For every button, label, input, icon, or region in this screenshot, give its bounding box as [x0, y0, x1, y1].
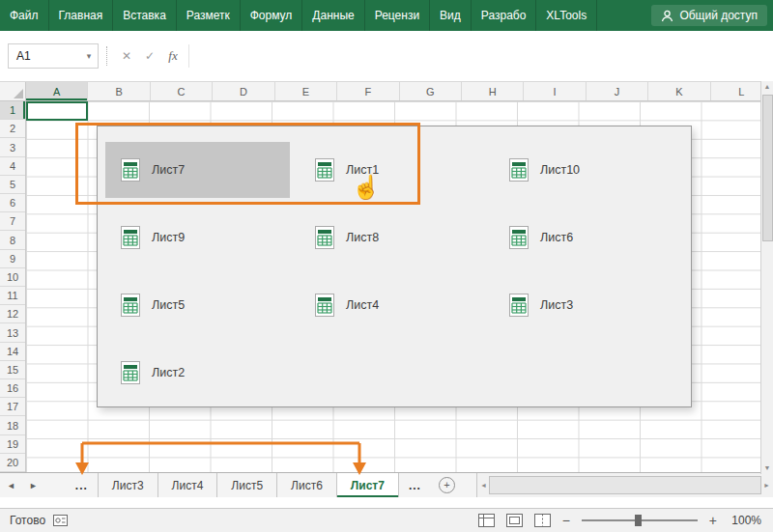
zoom-slider[interactable]: [582, 513, 698, 528]
sheet-nav-left-button[interactable]: ◄: [0, 473, 22, 497]
column-header[interactable]: H: [462, 82, 524, 100]
sheet-item-label: Лист10: [540, 163, 580, 177]
page-layout-view-button[interactable]: [506, 514, 523, 527]
row-header[interactable]: 20: [0, 454, 25, 472]
h-scroll-thumb[interactable]: [489, 476, 761, 494]
ribbon-tab[interactable]: XLTools: [536, 0, 597, 31]
column-header[interactable]: I: [524, 82, 586, 100]
plus-icon: +: [439, 477, 455, 493]
sheet-item[interactable]: Лист9: [105, 210, 290, 266]
row-header[interactable]: 9: [0, 250, 25, 268]
ribbon-tab[interactable]: Файл: [0, 0, 49, 31]
column-header[interactable]: J: [587, 82, 648, 100]
row-header[interactable]: 2: [0, 120, 25, 138]
scroll-down-icon[interactable]: ▼: [764, 462, 771, 474]
row-header[interactable]: 6: [0, 194, 25, 212]
formula-input[interactable]: [188, 44, 773, 68]
ribbon-tab[interactable]: Рецензи: [365, 0, 430, 31]
ribbon: Файл Главная Вставка Разметк Формул: [0, 0, 773, 31]
row-header[interactable]: 10: [0, 268, 25, 287]
sheet-tab[interactable]: Лист5: [217, 473, 277, 497]
column-header[interactable]: G: [400, 82, 462, 100]
hidden-sheets-right-ellipsis[interactable]: ...: [399, 473, 431, 497]
column-header[interactable]: D: [213, 82, 274, 100]
sheet-item[interactable]: Лист2: [105, 345, 290, 401]
select-all-corner[interactable]: [0, 82, 26, 100]
sheet-item-label: Лист5: [152, 298, 185, 312]
row-header[interactable]: 15: [0, 361, 25, 379]
ribbon-tabs: Файл Главная Вставка Разметк Формул: [0, 0, 651, 31]
name-box[interactable]: A1 ▾: [8, 43, 99, 69]
row-header[interactable]: 3: [0, 138, 25, 156]
row-header[interactable]: 16: [0, 379, 25, 398]
row-header[interactable]: 7: [0, 212, 25, 231]
zoom-out-button[interactable]: −: [562, 513, 570, 528]
row-header[interactable]: 14: [0, 343, 25, 361]
formula-bar: A1 ▾ ✕ ✓ fx: [0, 31, 773, 81]
ribbon-tab[interactable]: Вид: [430, 0, 472, 31]
column-header[interactable]: F: [337, 82, 399, 100]
row-header[interactable]: 13: [0, 323, 25, 342]
row-header[interactable]: 18: [0, 416, 25, 434]
add-sheet-button[interactable]: +: [431, 473, 463, 497]
ribbon-tab[interactable]: Данные: [302, 0, 364, 31]
row-headers: 1 2 3 4 5 6 7 8 9 10 11 12: [0, 101, 26, 472]
row-header[interactable]: 12: [0, 305, 25, 323]
sheet-item[interactable]: Лист8: [300, 210, 484, 266]
column-header[interactable]: C: [151, 82, 213, 100]
cancel-button[interactable]: ✕: [115, 49, 138, 63]
sheet-item[interactable]: Лист10: [494, 142, 678, 198]
column-header[interactable]: K: [648, 82, 710, 100]
share-button[interactable]: Общий доступ: [651, 5, 767, 26]
sheet-item[interactable]: Лист6: [494, 210, 678, 266]
row-header[interactable]: 17: [0, 398, 25, 416]
scroll-up-icon[interactable]: ▲: [764, 81, 771, 93]
zoom-in-button[interactable]: +: [709, 513, 717, 528]
zoom-slider-thumb[interactable]: [635, 515, 642, 526]
sheet-tabs: Лист3 Лист4 Лист5 Лист6 Лист7: [98, 473, 399, 497]
sheet-icon: [509, 226, 529, 249]
sheet-icon: [121, 226, 140, 249]
hidden-sheets-left-ellipsis[interactable]: ...: [66, 473, 98, 497]
sheet-tab[interactable]: Лист7: [337, 473, 399, 497]
row-header[interactable]: 19: [0, 435, 25, 454]
ribbon-tab[interactable]: Разрабо: [472, 0, 537, 31]
column-header[interactable]: B: [88, 82, 150, 100]
h-scrollbar[interactable]: ◄ ►: [476, 473, 773, 497]
ribbon-tab[interactable]: Вставка: [113, 0, 177, 31]
sheet-tab[interactable]: Лист6: [277, 473, 337, 497]
zoom-level[interactable]: 100%: [729, 514, 761, 527]
column-header[interactable]: A: [26, 82, 88, 100]
sheet-icon: [509, 294, 529, 317]
sheet-item[interactable]: Лист4: [300, 277, 484, 333]
scroll-right-icon[interactable]: ►: [763, 480, 770, 491]
sheet-tab[interactable]: Лист3: [98, 473, 158, 497]
row-header[interactable]: 4: [0, 157, 25, 176]
normal-view-button[interactable]: [478, 514, 495, 527]
divider: [106, 46, 107, 66]
v-scroll-thumb[interactable]: [762, 95, 773, 241]
sheet-tab[interactable]: Лист4: [158, 473, 218, 497]
sheet-item[interactable]: Лист5: [105, 277, 290, 333]
scroll-left-icon[interactable]: ◄: [480, 480, 487, 491]
insert-function-button[interactable]: fx: [161, 48, 185, 64]
column-header[interactable]: E: [275, 82, 337, 100]
row-header[interactable]: 5: [0, 176, 25, 194]
row-header[interactable]: 8: [0, 231, 25, 249]
sheet-nav-right-button[interactable]: ►: [22, 473, 44, 497]
ribbon-tab-label: Разметк: [186, 9, 230, 22]
sheet-tab-bar: ◄ ► ... Лист3 Лист4 Лист5 Лист6: [0, 472, 773, 497]
ribbon-tab[interactable]: Главная: [49, 0, 114, 31]
sheet-item-label: Лист4: [346, 298, 379, 312]
ribbon-tab[interactable]: Разметк: [177, 0, 241, 31]
ribbon-tab[interactable]: Формул: [241, 0, 303, 31]
v-scrollbar[interactable]: ▲ ▼: [760, 81, 773, 474]
chevron-down-icon[interactable]: ▾: [80, 51, 98, 61]
row-header[interactable]: 1: [0, 101, 25, 120]
macro-record-icon[interactable]: [53, 515, 68, 526]
page-break-view-button[interactable]: [534, 514, 551, 527]
name-box-value: A1: [9, 49, 80, 63]
sheet-item[interactable]: Лист3: [494, 277, 678, 333]
enter-button[interactable]: ✓: [138, 49, 161, 63]
row-header[interactable]: 11: [0, 287, 25, 305]
